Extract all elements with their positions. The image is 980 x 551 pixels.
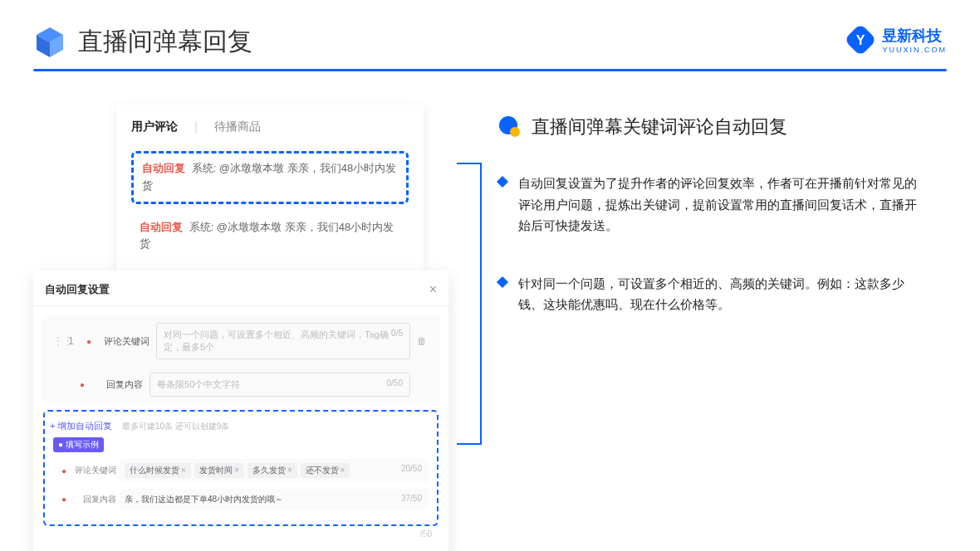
example-keyword-tags[interactable]: 什么时候发货×发货时间×多久发货×还不发货×20/50 [120,459,429,482]
required-dot-icon: ● [61,466,66,475]
tab-divider: | [194,119,198,134]
keyword-tag[interactable]: 多久发货× [247,463,297,478]
example-keyword-label: 评论关键词 [70,465,116,476]
bullet-item: 针对同一个问题，可设置多个相近的、高频的关键词。例如：这款多少钱、这块能优惠吗、… [498,273,922,315]
left-illustration: 用户评论 | 待播商品 自动回复 系统: @冰墩墩本墩 亲亲，我们48小时内发货… [33,105,457,352]
trash-icon[interactable]: 🗑 [417,335,429,347]
keyword-input[interactable]: 对同一个问题，可设置多个相近、高频的关键词，Tag确定，最多5个 0/5 [156,323,410,359]
content-input[interactable]: 每条限50个中文字符 0/50 [149,373,410,397]
required-dot-icon: ● [61,495,66,504]
connector-line [457,163,482,445]
page-header: 直播间弹幕回复 Y 昱新科技 YUUXIN.COM [0,0,980,69]
keyword-tag[interactable]: 还不发货× [301,463,350,478]
section-title: 直播间弹幕关键词评论自动回复 [532,115,787,139]
example-badge: ● 填写示例 [53,437,104,452]
auto-reply-label: 自动回复 [140,221,183,233]
content-placeholder: 每条限50个中文字符 [157,379,240,389]
tabs: 用户评论 | 待播商品 [131,119,409,143]
brand-logo-icon: Y [845,25,875,55]
drag-handle-icon[interactable]: ⋮⋮ [53,335,61,347]
keyword-label: 评论关键词 [98,335,149,348]
auto-reply-settings-card: 自动回复设置 × ⋮⋮ 1 ● 评论关键词 对同一个问题，可设置多个相近、高频的… [33,271,448,551]
auto-reply-label: 自动回复 [142,162,185,174]
add-auto-reply-link[interactable]: + 增加自动回复 [50,421,112,431]
example-section: + 增加自动回复 最多可建10条 还可以创建9条 ● 填写示例 ● 评论关键词 … [43,410,439,526]
bullet-text: 自动回复设置为了提升作者的评论回复效率，作者可在开播前针对常见的评论用户问题，提… [518,173,922,236]
keyword-tag[interactable]: 发货时间× [194,463,244,478]
example-keyword-counter: 20/50 [401,464,422,473]
tab-user-comments[interactable]: 用户评论 [131,119,178,134]
diamond-bullet-icon [497,276,508,287]
keyword-placeholder: 对同一个问题，可设置多个相近、高频的关键词，Tag确定，最多5个 [164,329,389,352]
keyword-tag[interactable]: 什么时候发货× [125,463,191,478]
example-content-counter: 37/50 [401,494,422,503]
cube-icon [33,26,66,59]
comment-row-highlighted: 自动回复 系统: @冰墩墩本墩 亲亲，我们48小时内发货 [131,151,409,204]
svg-text:Y: Y [856,33,865,47]
brand-block: Y 昱新科技 YUUXIN.COM [845,25,947,55]
svg-point-6 [510,127,520,137]
content-label: 回复内容 [91,378,143,391]
settings-title: 自动回复设置 [45,282,110,297]
chat-bubble-icon [498,115,522,139]
example-content-label: 回复内容 [70,494,116,505]
add-hint: 最多可建10条 还可以创建9条 [122,422,229,431]
brand-subtitle: YUUXIN.COM [882,46,947,54]
required-dot-icon: ● [86,337,91,346]
right-content: 直播间弹幕关键词评论自动回复 自动回复设置为了提升作者的评论回复效率，作者可在开… [457,105,922,352]
close-icon[interactable]: × [429,282,437,297]
comment-row: 自动回复 系统: @冰墩墩本墩 亲亲，我们48小时内发货 [131,212,409,261]
required-dot-icon: ● [80,380,85,389]
page-title: 直播间弹幕回复 [78,25,252,59]
bullet-text: 针对同一个问题，可设置多个相近的、高频的关键词。例如：这款多少钱、这块能优惠吗、… [518,273,922,315]
content-counter: 0/50 [387,378,403,388]
example-content-value[interactable]: 亲，我们这边都是下单48小时内发货的哦～ 37/50 [120,489,429,510]
tab-pending-products[interactable]: 待播商品 [214,119,261,134]
example-content-text: 亲，我们这边都是下单48小时内发货的哦～ [125,495,283,504]
keyword-counter: 0/5 [391,329,403,338]
outside-counter: /50 [33,526,448,539]
brand-name: 昱新科技 [882,26,947,46]
bullet-item: 自动回复设置为了提升作者的评论回复效率，作者可在开播前针对常见的评论用户问题，提… [498,173,922,236]
row-index: 1 [68,335,80,347]
diamond-bullet-icon [497,176,508,188]
